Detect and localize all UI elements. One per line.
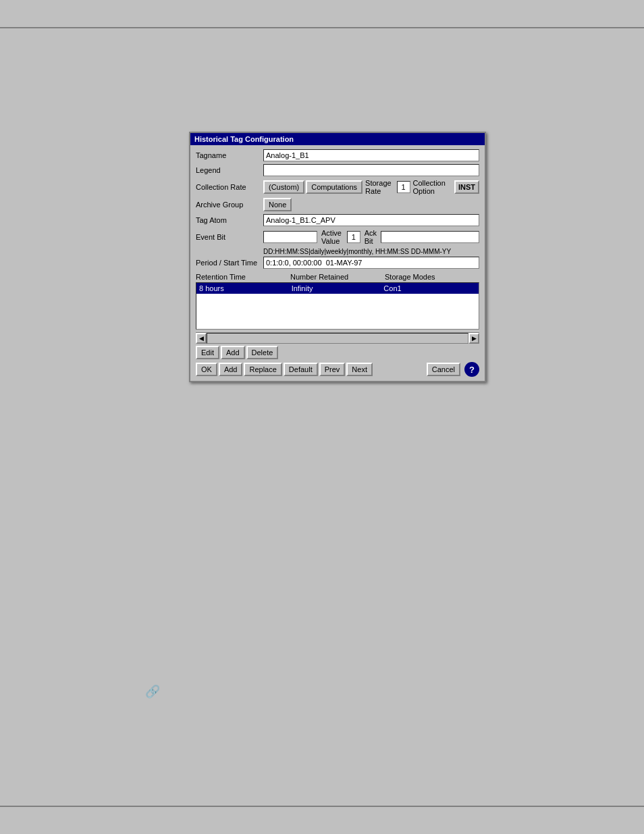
date-hint: DD:HH:MM:SS|daily|weekly|monthly, HH:MM:… [263,248,451,255]
edit-button[interactable]: Edit [196,346,219,359]
legend-input[interactable] [263,164,479,176]
dialog-body: Tagname Legend Collection Rate (Custom) … [190,145,485,381]
ack-bit-input[interactable] [381,231,479,243]
bottom-rule [0,806,644,807]
horizontal-scrollbar[interactable]: ◀ ▶ [196,332,479,343]
cancel-button[interactable]: Cancel [427,363,460,376]
top-rule [0,27,644,28]
next-button[interactable]: Next [346,363,373,376]
storage-rate-label: Storage Rate [365,179,395,195]
event-bit-label: Event Bit [196,233,263,241]
date-hint-row: DD:HH:MM:SS|daily|weekly|monthly, HH:MM:… [196,248,479,255]
delete-button[interactable]: Delete [246,346,279,359]
archive-group-label: Archive Group [196,201,263,209]
table-row[interactable]: 8 hours Infinity Con1 [196,283,479,294]
scroll-track[interactable] [207,333,468,344]
collection-option-label: Collection Option [413,179,452,195]
tagname-row: Tagname [196,149,479,161]
dialog-titlebar: Historical Tag Configuration [190,133,485,145]
deco-icon: 🔗 [145,684,160,699]
active-value-label: Active Value [321,229,346,245]
prev-button[interactable]: Prev [319,363,346,376]
tag-atom-row: Tag Atom [196,214,479,226]
computations-button[interactable]: Computations [306,180,363,194]
event-bit-input[interactable] [263,231,317,243]
event-bit-row: Event Bit Active Value Ack Bit [196,229,479,245]
legend-label: Legend [196,166,263,174]
cell-storage-modes: Con1 [383,284,476,292]
replace-button[interactable]: Replace [244,363,281,376]
add-button-1[interactable]: Add [221,346,245,359]
col-retention-time: Retention Time [196,273,290,281]
period-start-input[interactable] [263,257,479,269]
ack-bit-label: Ack Bit [365,229,378,245]
collection-rate-row: Collection Rate (Custom) Computations St… [196,179,479,195]
tagname-input[interactable] [263,149,479,161]
col-number-retained: Number Retained [290,273,385,281]
cell-retention-time: 8 hours [199,284,292,292]
default-button[interactable]: Default [284,363,318,376]
period-start-row: Period / Start Time [196,257,479,269]
archive-group-row: Archive Group None [196,198,479,211]
tag-atom-label: Tag Atom [196,216,263,224]
active-value-input[interactable] [347,231,360,243]
scroll-left-arrow[interactable]: ◀ [196,333,207,344]
col-storage-modes: Storage Modes [385,273,479,281]
storage-rate-input[interactable] [397,181,410,193]
add-button-2[interactable]: Add [219,363,243,376]
tag-atom-input[interactable] [263,214,479,226]
edit-row: Edit Add Delete [196,346,479,359]
historical-tag-config-dialog: Historical Tag Configuration Tagname Leg… [189,132,486,382]
cell-number-retained: Infinity [292,284,384,292]
period-start-label: Period / Start Time [196,259,263,267]
table-header: Retention Time Number Retained Storage M… [196,271,479,282]
dialog-title: Historical Tag Configuration [194,135,294,143]
help-button[interactable]: ? [464,362,479,377]
ok-button[interactable]: OK [196,363,217,376]
action-row: OK Add Replace Default Prev Next Cancel … [196,362,479,377]
tagname-label: Tagname [196,151,263,159]
table-area[interactable]: 8 hours Infinity Con1 [196,282,479,330]
collection-rate-label: Collection Rate [196,183,263,191]
legend-row: Legend [196,164,479,176]
none-button[interactable]: None [263,198,292,211]
custom-button[interactable]: (Custom) [263,180,304,194]
scroll-right-arrow[interactable]: ▶ [468,333,479,344]
inst-button[interactable]: INST [454,180,479,194]
